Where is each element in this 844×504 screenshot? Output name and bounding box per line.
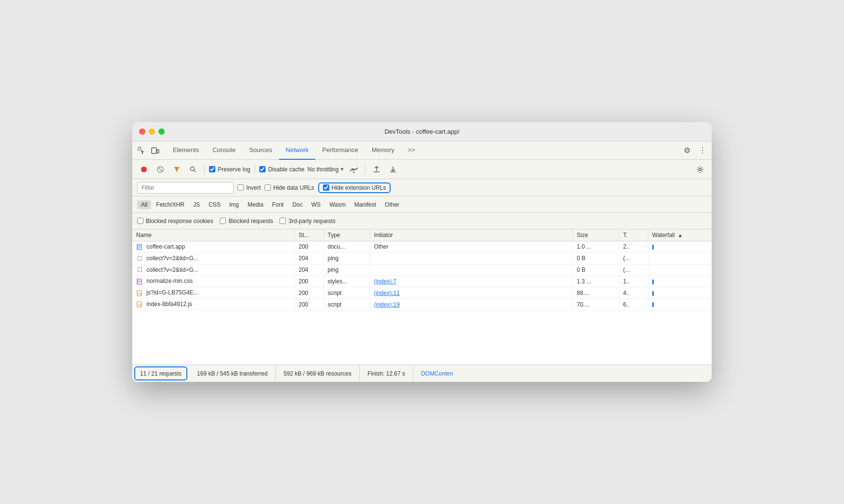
filter-bar: Invert Hide data URLs Hide extension URL… <box>132 179 712 196</box>
cell-name: ☐ collect?v=2&tid=G... <box>132 264 295 276</box>
invert-checkbox[interactable]: Invert <box>238 184 261 191</box>
table-row[interactable]: normalize.min.css 200 styles... (index):… <box>132 276 712 287</box>
network-conditions-icon[interactable] <box>347 163 361 176</box>
table-row[interactable]: ☐ collect?v=2&tid=G... 204 ping 0 B (... <box>132 264 712 276</box>
blocked-cookies-checkbox[interactable]: Blocked response cookies <box>137 218 213 224</box>
svg-text:JS: JS <box>138 292 141 295</box>
tab-memory[interactable]: Memory <box>365 141 401 160</box>
col-status-header[interactable]: St... <box>295 229 324 241</box>
tab-console[interactable]: Console <box>206 141 242 160</box>
transferred-size: 169 kB / 545 kB transferred <box>189 365 276 382</box>
upload-har-button[interactable] <box>370 163 383 176</box>
download-har-button[interactable] <box>386 163 400 176</box>
checkbox-icon: ☐ <box>136 255 143 262</box>
type-filter-media[interactable]: Media <box>244 200 267 209</box>
more-options-icon[interactable]: ⋮ <box>697 145 708 156</box>
search-button[interactable] <box>186 163 200 176</box>
cell-size: 70.... <box>573 299 619 310</box>
device-toolbar-icon[interactable] <box>150 145 160 156</box>
initiator-link[interactable]: (index):7 <box>374 278 397 285</box>
type-filter-font[interactable]: Font <box>268 200 287 209</box>
cell-type: script <box>324 299 370 310</box>
col-name-header[interactable]: Name <box>132 229 295 241</box>
waterfall-bar <box>652 302 654 307</box>
finish-time: Finish: 12.67 s <box>360 365 413 382</box>
titlebar: DevTools - coffee-cart.app/ <box>132 122 712 141</box>
col-time-header[interactable]: T. <box>619 229 648 241</box>
cell-initiator: Other <box>370 241 573 253</box>
disable-cache-checkbox[interactable]: Disable cache <box>259 166 304 173</box>
cell-time: (... <box>619 264 648 276</box>
throttle-selector[interactable]: No throttling ▼ <box>308 166 345 173</box>
filter-button[interactable] <box>170 163 183 176</box>
col-type-header[interactable]: Type <box>324 229 370 241</box>
separator-3 <box>365 164 366 175</box>
cell-initiator <box>370 264 573 276</box>
svg-rect-14 <box>137 279 141 284</box>
hide-extension-urls-checkbox[interactable]: Hide extension URLs <box>318 182 391 193</box>
settings-icon[interactable]: ⚙ <box>682 145 692 156</box>
table-row[interactable]: JS index-8bfa4912.js 200 script (index):… <box>132 299 712 310</box>
table-row[interactable]: JS js?id=G-LB75G4E... 200 script (index)… <box>132 287 712 299</box>
js-icon: JS <box>136 290 143 296</box>
col-size-header[interactable]: Size <box>573 229 619 241</box>
devtools-window: DevTools - coffee-cart.app/ <box>132 122 712 382</box>
type-filter-all[interactable]: All <box>137 200 151 209</box>
initiator-link[interactable]: (index):11 <box>374 290 400 296</box>
cell-time: 6.. <box>619 299 648 310</box>
devtools-body: Elements Console Sources Network Perform… <box>132 141 712 382</box>
network-settings-button[interactable] <box>693 163 707 176</box>
cell-initiator: (index):11 <box>370 287 573 299</box>
col-waterfall-header[interactable]: Waterfall ▲ <box>648 229 712 241</box>
clear-button[interactable] <box>154 163 167 176</box>
maximize-button[interactable] <box>158 128 165 135</box>
svg-point-8 <box>353 171 355 173</box>
preserve-log-checkbox[interactable]: Preserve log <box>209 166 250 173</box>
initiator-link[interactable]: (index):19 <box>374 301 400 308</box>
cell-name: JS index-8bfa4912.js <box>132 299 295 310</box>
type-filter-img[interactable]: Img <box>225 200 243 209</box>
cell-time: 4.. <box>619 287 648 299</box>
close-button[interactable] <box>139 128 145 135</box>
filter-input[interactable] <box>137 182 234 194</box>
hide-data-urls-checkbox[interactable]: Hide data URLs <box>265 184 314 191</box>
tab-sources[interactable]: Sources <box>242 141 279 160</box>
type-filter-other[interactable]: Other <box>381 200 403 209</box>
cell-size: 0 B <box>573 264 619 276</box>
cell-waterfall <box>648 252 712 264</box>
third-party-requests-checkbox[interactable]: 3rd-party requests <box>280 218 335 224</box>
record-button[interactable] <box>137 163 151 176</box>
type-filter-doc[interactable]: Doc <box>288 200 306 209</box>
cell-waterfall <box>648 264 712 276</box>
col-initiator-header[interactable]: Initiator <box>370 229 573 241</box>
separator-2 <box>254 164 255 175</box>
tab-performance[interactable]: Performance <box>315 141 365 160</box>
cell-type: styles... <box>324 276 370 287</box>
cell-initiator: (index):19 <box>370 299 573 310</box>
table-row[interactable]: ☐ collect?v=2&tid=G... 204 ping 0 B (... <box>132 252 712 264</box>
table-row[interactable]: coffee-cart.app 200 docu... Other 1.0 ..… <box>132 241 712 253</box>
doc-icon <box>136 244 143 251</box>
type-filter-css[interactable]: CSS <box>205 200 225 209</box>
checkbox-icon: ☐ <box>136 266 143 273</box>
cell-type: ping <box>324 252 370 264</box>
devtools-icons <box>136 145 160 156</box>
type-filter-fetch-xhr[interactable]: Fetch/XHR <box>152 200 188 209</box>
cell-waterfall <box>648 287 712 299</box>
dom-content-loaded: DOMConten <box>413 365 461 382</box>
type-filter-ws[interactable]: WS <box>308 200 324 209</box>
blocked-requests-checkbox[interactable]: Blocked requests <box>220 218 273 224</box>
cell-waterfall <box>648 241 712 253</box>
type-filter-wasm[interactable]: Wasm <box>325 200 350 209</box>
tab-network[interactable]: Network <box>279 141 316 160</box>
tab-elements[interactable]: Elements <box>166 141 206 160</box>
minimize-button[interactable] <box>149 128 155 135</box>
cursor-icon[interactable] <box>136 145 147 156</box>
cell-type: docu... <box>324 241 370 253</box>
network-table-body: coffee-cart.app 200 docu... Other 1.0 ..… <box>132 241 712 310</box>
type-filter-manifest[interactable]: Manifest <box>351 200 380 209</box>
tab-more[interactable]: >> <box>401 141 422 160</box>
sort-arrow-icon: ▲ <box>678 233 683 238</box>
type-filter-js[interactable]: JS <box>189 200 204 209</box>
network-table: Name St... Type Initiator Size <box>132 229 712 310</box>
